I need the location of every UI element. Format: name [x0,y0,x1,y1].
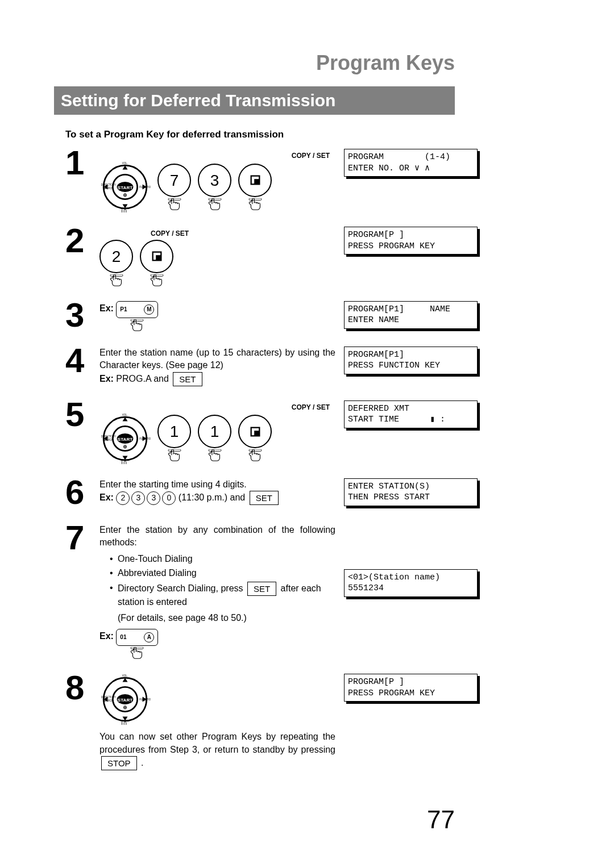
digit-2: 2 [116,491,130,505]
step-text: Enter the station by any combination of … [99,524,335,549]
svg-text:DIRECTORY: DIRECTORY [101,696,116,699]
page-title: Program Keys [0,51,455,75]
keypad-2-button[interactable]: 2 [99,240,133,273]
step-text: Enter the starting time using 4 digits. [99,478,335,491]
copy-set-label: COPY / SET [292,152,330,160]
method-item: One-Touch Dialing [110,553,335,565]
press-hand-icon [109,274,124,287]
svg-rect-17 [151,274,163,276]
keypad-1-button[interactable]: 1 [198,415,231,448]
svg-text:SEARCH: SEARCH [102,187,113,190]
one-touch-badge: A [144,632,154,642]
step-number: 5 [65,398,99,432]
stop-label-button[interactable]: STOP [101,756,137,770]
set-button[interactable] [238,164,272,197]
svg-text:DIRECTORY: DIRECTORY [101,184,116,187]
set-button[interactable] [238,415,272,448]
ex-label: Ex: [99,631,114,641]
press-hand-icon [130,647,144,660]
svg-rect-16 [156,255,161,260]
svg-rect-9 [168,198,181,200]
set-button[interactable] [140,240,173,273]
copy-set-label: COPY / SET [151,229,189,237]
ex-label: Ex: [99,373,114,383]
section-heading: Setting for Deferred Transmission [54,86,455,115]
press-hand-icon [248,198,263,211]
navigation-dial-icon: START VOL. DIRECTORY SEARCH FUNCTION [99,413,151,464]
svg-text:VOL.: VOL. [122,162,128,165]
step-2: 2 COPY / SET 2 PROGRAM[P ] PRESS PROGRAM… [65,224,478,286]
press-hand-icon [208,198,222,211]
step-number: 6 [65,475,99,510]
svg-text:DIRECTORY: DIRECTORY [101,435,116,438]
method-item: Abbreviated Dialing [110,567,335,579]
ex-label: Ex: [99,493,114,502]
step-6: 6 Enter the starting time using 4 digits… [65,475,478,510]
subheading: To set a Program Key for deferred transm… [65,129,455,140]
page-number: 77 [427,806,455,834]
svg-text:VOL.: VOL. [122,414,128,416]
lcd-display-step4: PROGRAM[P1] PRESS FUNCTION KEY [344,347,478,374]
svg-rect-13 [249,198,262,200]
step-number: 3 [65,298,99,332]
svg-rect-33 [131,647,143,649]
digit-0: 0 [162,491,176,505]
set-label-button[interactable]: SET [250,491,279,505]
svg-rect-14 [110,274,123,276]
digit-3: 3 [147,491,160,505]
keypad-1-button[interactable]: 1 [157,415,191,448]
set-label-button[interactable]: SET [247,582,276,596]
step-number: 1 [65,146,99,180]
lcd-display-step1: PROGRAM (1-4) ENTER NO. OR ∨ ∧ [344,149,478,177]
lcd-display-step3: PROGRAM[P1] NAME ENTER NAME [344,301,478,329]
svg-text:START: START [118,698,132,703]
lcd-display-step7: <01>(Station name) 5551234 [344,569,478,597]
step-5: 5 COPY / SET START VOL. DIRECTORY SEARCH… [65,398,478,464]
lcd-display-step8: PROGRAM[P ] PRESS PROGRAM KEY [344,674,478,702]
svg-text:FUNCTION: FUNCTION [139,186,151,189]
step-3: 3 Ex: P1 M PROGRAM[P1] NAME ENTER NAME [65,298,478,332]
lcd-display-step5: DEFERRED XMT START TIME ▮ : [344,400,478,428]
step-note: (For details, see page 48 to 50.) [118,612,335,624]
press-hand-icon [167,449,182,462]
method-item: Directory Search Dialing, press SET afte… [110,582,335,608]
svg-rect-29 [209,449,221,451]
svg-rect-18 [131,319,143,321]
one-touch-label: P1 [120,306,127,314]
svg-text:VOL.: VOL. [122,675,128,678]
press-hand-icon [248,449,263,462]
set-icon [249,174,262,186]
set-label-button[interactable]: SET [173,372,202,386]
step-number: 8 [65,671,99,705]
set-icon [249,425,262,438]
one-touch-P1-button[interactable]: P1 M [116,301,158,318]
press-hand-icon [150,274,164,287]
press-hand-icon [130,319,144,332]
svg-text:FUNCTION: FUNCTION [139,437,151,440]
svg-rect-31 [254,431,259,436]
step-number: 7 [65,521,99,555]
set-icon [151,250,163,262]
lcd-display-step6: ENTER STATION(S) THEN PRESS START [344,478,478,506]
step-1: 1 COPY / SET START VOL. DIRECTORY SEARCH… [65,146,478,212]
navigation-dial-icon: START VOL. DIRECTORY SEARCH FUNCTION [99,674,151,725]
copy-set-label: COPY / SET [292,403,330,411]
svg-text:FUNCTION: FUNCTION [139,698,151,701]
keypad-3-button[interactable]: 3 [198,164,231,197]
svg-rect-12 [254,180,259,185]
svg-text:START: START [118,185,132,190]
svg-rect-10 [209,198,221,200]
digit-3: 3 [131,491,145,505]
step-number: 2 [65,224,99,258]
one-touch-01-button[interactable]: 01 A [116,629,158,646]
keypad-7-button[interactable]: 7 [157,164,191,197]
step-4: 4 Enter the station name (up to 15 chara… [65,344,478,386]
step-7: 7 Enter the station by any combination o… [65,521,478,660]
svg-text:SEARCH: SEARCH [102,699,113,702]
press-hand-icon [167,198,182,211]
step-text: Enter the station name (up to 15 charact… [99,347,335,372]
svg-rect-32 [249,449,262,451]
svg-text:START: START [118,437,132,442]
step-number: 4 [65,344,99,378]
step-text-after: You can now set other Program Keys by re… [99,731,335,770]
